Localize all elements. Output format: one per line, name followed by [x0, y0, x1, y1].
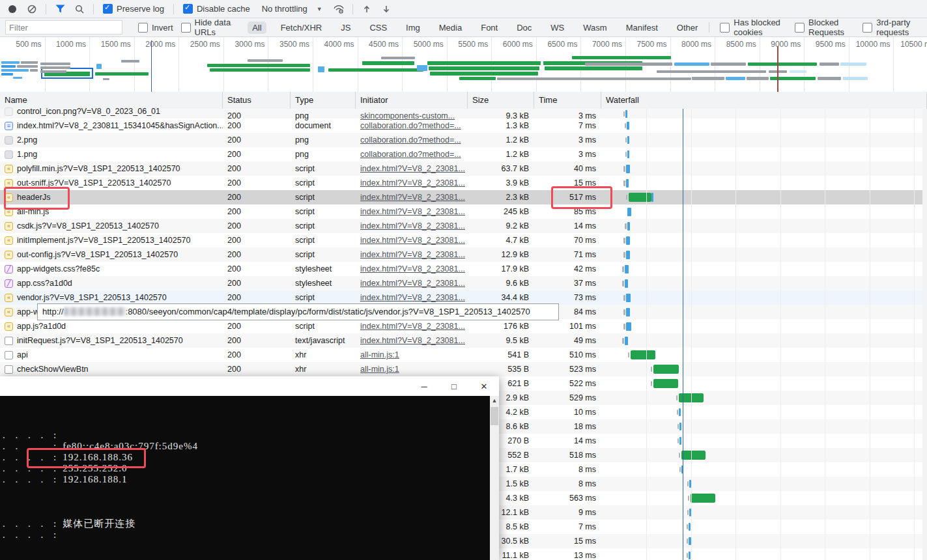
table-row-csdk.js[interactable]: «csdk.js?V=V8_1SP1_220513_1402570200scri…: [0, 219, 927, 233]
table-row-headerJs[interactable]: «headerJs200scriptindex.html?V=V8_2_2308…: [0, 190, 927, 204]
initiator-link[interactable]: index.html?V=V8_2_23081...: [360, 276, 468, 290]
table-row-checkShowViewBtn[interactable]: checkShowViewBtn200xhrall-min.js:1535 B5…: [0, 362, 927, 376]
filter-type-ws[interactable]: WS: [546, 21, 569, 34]
initiator-link[interactable]: index.html?V=V8_2_23081...: [360, 290, 468, 305]
table-row-app.css[interactable]: ╱app.css?a1d0d200stylesheetindex.html?V=…: [0, 276, 927, 290]
maximize-icon[interactable]: □: [439, 376, 469, 396]
terminal-line: . . . . :媒体已断开连接: [0, 518, 490, 529]
table-row-all-min.js[interactable]: «all-min.js200scriptindex.html?V=V8_2_23…: [0, 204, 927, 219]
has-blocked-cookies-checkbox[interactable]: [720, 23, 730, 33]
filter-type-manifest[interactable]: Manifest: [621, 21, 663, 34]
waterfall-bar: [623, 295, 625, 301]
terminal-line: [0, 507, 490, 518]
table-row-vendor.js[interactable]: «vendor.js?V=V8_1SP1_220513_1402570200sc…: [0, 290, 927, 305]
scrollbar-thumb[interactable]: [491, 407, 498, 425]
filter-type-all[interactable]: All: [248, 21, 266, 34]
column-header-size[interactable]: Size: [468, 92, 534, 109]
scroll-up-icon[interactable]: ▲: [490, 396, 499, 406]
disable-cache-toggle[interactable]: Disable cache: [183, 4, 250, 14]
table-row-out-sniff.js[interactable]: «out-sniff.js?V=V8_1SP1_220513_140257020…: [0, 176, 927, 190]
filter-type-css[interactable]: CSS: [365, 21, 392, 34]
third-party-requests-toggle[interactable]: 3rd-party requests: [863, 18, 923, 37]
table-row-polyfill.min.js[interactable]: «polyfill.min.js?V=V8_1SP1_220513_140257…: [0, 161, 927, 176]
initiator-link[interactable]: collaboration.do?method=...: [360, 133, 468, 147]
initiator-link[interactable]: index.html?V=V8_2_23081...: [360, 233, 468, 247]
initiator-link[interactable]: index.html?V=V8_2_23081...: [360, 204, 468, 219]
network-conditions-icon[interactable]: [330, 1, 347, 17]
filter-type-doc[interactable]: Doc: [512, 21, 536, 34]
table-row-api[interactable]: api200xhrall-min.js:1541 B510 ms: [0, 348, 927, 362]
hide-data-urls-toggle[interactable]: Hide data URLs: [181, 18, 235, 37]
filter-icon[interactable]: [51, 1, 68, 17]
initiator-link[interactable]: index.html?V=V8_2_23081...: [360, 190, 468, 204]
table-row-1.png[interactable]: 1.png200pngcollaboration.do?method=...1.…: [0, 147, 927, 161]
table-row-initImplement.js[interactable]: «initImplement.js?V=V8_1SP1_220513_14025…: [0, 233, 927, 247]
invert-toggle[interactable]: Invert: [138, 23, 173, 33]
initiator-link[interactable]: index.html?V=V8_2_23081...: [360, 161, 468, 176]
initiator-link[interactable]: index.html?V=V8_2_23081...: [360, 333, 468, 348]
request-name: out-config.js?V=V8_1SP1_220513_1402570: [17, 247, 178, 262]
command-prompt-window[interactable]: ─ □ ✕ . . . . :. . . . :fe80::c4e8:a03c:…: [0, 376, 499, 560]
initiator-link[interactable]: index.html?V=V8_2_23081...: [360, 219, 468, 233]
initiator-link[interactable]: collaboration.do?method=...: [360, 147, 468, 161]
column-header-type[interactable]: Type: [291, 92, 356, 109]
initiator-link[interactable]: index.html?V=V8_2_23081...: [360, 176, 468, 190]
minimize-icon[interactable]: ─: [409, 376, 439, 396]
overview-bar: [17, 65, 38, 68]
table-scrollbar[interactable]: [922, 109, 927, 560]
column-header-time[interactable]: Time: [534, 92, 601, 109]
preserve-log-checkbox[interactable]: [103, 4, 113, 14]
disable-cache-checkbox[interactable]: [183, 4, 193, 14]
terminal-scrollbar[interactable]: ▲: [490, 396, 499, 560]
table-row-index.html[interactable]: ≡index.html?V=V8_2_230811_15341045&hasSi…: [0, 119, 927, 133]
export-har-icon[interactable]: [378, 1, 395, 17]
request-size: 34.4 kB: [468, 290, 534, 305]
has-blocked-cookies-toggle[interactable]: Has blocked cookies: [720, 18, 787, 37]
third-party-requests-checkbox[interactable]: [863, 23, 872, 33]
filter-type-wasm[interactable]: Wasm: [578, 21, 611, 34]
blocked-requests-checkbox[interactable]: [795, 23, 805, 33]
initiator-link[interactable]: index.html?V=V8_2_23081...: [360, 319, 468, 333]
column-header-waterfall[interactable]: Waterfall: [601, 92, 927, 109]
filter-type-media[interactable]: Media: [435, 21, 466, 34]
import-har-icon[interactable]: [358, 1, 375, 17]
column-header-initiator[interactable]: Initiator: [356, 92, 468, 109]
filter-input[interactable]: [5, 20, 122, 35]
preserve-log-toggle[interactable]: Preserve log: [103, 4, 164, 14]
filter-type-img[interactable]: Img: [401, 21, 425, 34]
document-file-icon: ≡: [5, 122, 13, 130]
search-icon[interactable]: [71, 1, 88, 17]
terminal-title-bar[interactable]: ─ □ ✕: [0, 376, 499, 396]
network-overview-timeline[interactable]: 500 ms1000 ms1500 ms2000 ms2500 ms3000 m…: [0, 37, 927, 92]
request-size: 1.2 kB: [468, 147, 534, 161]
filter-type-font[interactable]: Font: [476, 21, 502, 34]
filter-type-js[interactable]: JS: [336, 21, 355, 34]
initiator-link[interactable]: all-min.js:1: [360, 348, 468, 362]
initiator-link[interactable]: collaboration.do?method=...: [360, 119, 468, 133]
filter-type-fetch-xhr[interactable]: Fetch/XHR: [276, 21, 327, 34]
blocked-requests-toggle[interactable]: Blocked Requests: [795, 18, 855, 37]
hide-data-urls-checkbox[interactable]: [181, 23, 191, 33]
initiator-link[interactable]: index.html?V=V8_2_23081...: [360, 247, 468, 262]
request-size: 63.7 kB: [468, 161, 534, 176]
table-row-control_icon.png[interactable]: control_icon.png?V=V8_0_2023_06_01200png…: [0, 109, 927, 119]
record-icon[interactable]: [4, 1, 21, 17]
table-row-app-widgets.css[interactable]: ╱app-widgets.css?fe85c200stylesheetindex…: [0, 262, 927, 276]
table-row-2.png[interactable]: 2.png200pngcollaboration.do?method=...1.…: [0, 133, 927, 147]
timeline-tick-label: 9000 ms: [771, 40, 804, 49]
throttling-select[interactable]: No throttling ▼: [262, 4, 322, 14]
column-header-status[interactable]: Status: [223, 92, 291, 109]
clear-icon[interactable]: [23, 1, 40, 17]
filter-type-other[interactable]: Other: [672, 21, 703, 34]
invert-checkbox[interactable]: [138, 23, 148, 33]
waterfall-bar: [687, 524, 688, 529]
waterfall-bar: [651, 193, 653, 202]
table-row-initRequest.js[interactable]: initRequest.js?V=V8_1SP1_220513_14025702…: [0, 333, 927, 348]
initiator-link[interactable]: index.html?V=V8_2_23081...: [360, 262, 468, 276]
initiator-link[interactable]: all-min.js:1: [360, 362, 468, 376]
request-status: 200: [223, 333, 291, 348]
close-icon[interactable]: ✕: [469, 376, 499, 396]
request-time: 85 ms: [534, 204, 601, 219]
table-row-app.js[interactable]: «app.js?a1d0d200scriptindex.html?V=V8_2_…: [0, 319, 927, 333]
table-row-out-config.js[interactable]: «out-config.js?V=V8_1SP1_220513_14025702…: [0, 247, 927, 262]
